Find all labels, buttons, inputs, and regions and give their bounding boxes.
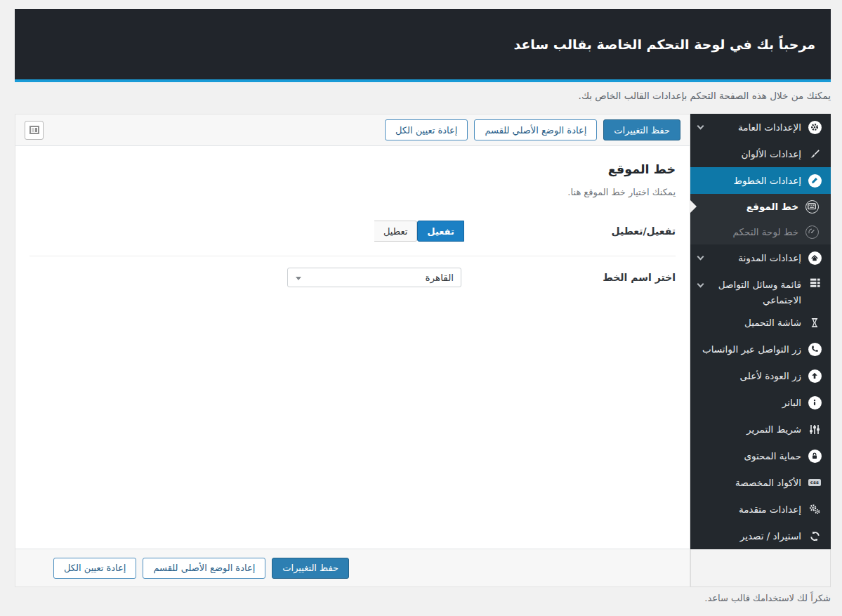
sidebar-item-custom-codes[interactable]: css الأكواد المخصصة	[690, 469, 831, 496]
reset-section-button[interactable]: إعادة الوضع الأصلي للقسم	[474, 119, 597, 140]
section-panel: خط الموقع يمكنك اختيار خط الموقع هنا. تف…	[15, 146, 690, 549]
phone-circle-icon	[808, 343, 822, 356]
sidebar: الإعدادات العامة إعدادات الألوان إعدادات…	[690, 114, 831, 587]
sidebar-item-banner[interactable]: البانر	[690, 389, 831, 416]
page-title: مرحباً بك في لوحة التحكم الخاصة بقالب سا…	[513, 37, 831, 52]
chevron-down-icon	[697, 123, 704, 130]
section-description: يمكنك اختيار خط الموقع هنا.	[29, 187, 676, 197]
home-circle-icon	[808, 251, 822, 265]
paintbrush-icon	[808, 149, 822, 159]
enable-button[interactable]: تفعيل	[417, 221, 464, 242]
sidebar-item-label: إعدادات متقدمة	[739, 504, 801, 515]
sidebar-item-label: إعدادات الخطوط	[733, 175, 801, 186]
top-toolbar: حفظ التغييرات إعادة الوضع الأصلي للقسم إ…	[15, 114, 690, 146]
chevron-down-icon	[697, 281, 704, 288]
enable-disable-toggle: تفعيل تعطيل	[374, 221, 464, 242]
save-button-bottom[interactable]: حفظ التغييرات	[272, 558, 349, 579]
panel-toggle-button[interactable]	[25, 121, 44, 140]
header: مرحباً بك في لوحة التحكم الخاصة بقالب سا…	[15, 9, 831, 82]
sidebar-item-label: حماية المحتوى	[744, 450, 801, 461]
sidebar-item-label: إعدادات الألوان	[741, 148, 801, 159]
sidebar-item-import-export[interactable]: استيراد / تصدير	[690, 523, 831, 549]
sidebar-item-label: زر التواصل عبر الواتساب	[702, 343, 801, 355]
gears-icon	[808, 504, 822, 515]
panel-toggle-icon	[29, 126, 39, 134]
import-export-icon	[808, 531, 822, 542]
sidebar-item-label: شريط التمرير	[746, 424, 801, 435]
sidebar-item-loading-screen[interactable]: شاشة التحميل	[690, 309, 831, 336]
reset-section-button-bottom[interactable]: إعادة الوضع الأصلي للقسم	[143, 558, 265, 579]
disable-button[interactable]: تعطيل	[374, 221, 417, 242]
gear-circle-icon	[808, 121, 822, 134]
sidebar-item-slider[interactable]: شريط التمرير	[690, 416, 831, 443]
sidebar-item-label: البانر	[782, 397, 801, 408]
sidebar-item-back-to-top[interactable]: زر العودة لأعلى	[690, 362, 831, 389]
sidebar-item-label: استيراد / تصدير	[740, 530, 801, 542]
sidebar-item-color-settings[interactable]: إعدادات الألوان	[690, 140, 831, 167]
sidebar-item-label: زر العودة لأعلى	[739, 370, 801, 381]
sidebar-item-blog-settings[interactable]: إعدادات المدونة	[690, 244, 831, 271]
keyboard-circle-icon	[805, 200, 819, 214]
sidebar-item-general-settings[interactable]: الإعدادات العامة	[690, 114, 831, 140]
font-select-value: القاهرة	[426, 272, 454, 283]
enable-disable-row: تفعيل/تعطيل تفعيل تعطيل	[29, 221, 676, 242]
sidebar-item-content-protection[interactable]: حماية المحتوى	[690, 443, 831, 469]
lock-circle-icon	[808, 450, 822, 463]
sliders-icon	[808, 424, 822, 435]
info-circle-icon	[808, 396, 822, 409]
sidebar-item-label: قائمة وسائل التواصل الاجتماعي	[714, 277, 801, 308]
reset-all-button[interactable]: إعادة تعيين الكل	[385, 119, 468, 140]
chevron-down-icon	[296, 277, 301, 280]
footer-thanks-text: شكراً لك لاستخدامك قالب ساعد.	[704, 593, 831, 603]
sidebar-item-advanced-settings[interactable]: إعدادات متقدمة	[690, 496, 831, 523]
top-toolbar-buttons: حفظ التغييرات إعادة الوضع الأصلي للقسم إ…	[385, 119, 680, 140]
sidebar-filler-panel	[690, 549, 831, 587]
sidebar-item-label: خط لوحة التحكم	[732, 226, 798, 237]
hourglass-icon	[808, 317, 822, 328]
sidebar-item-label: الإعدادات العامة	[738, 122, 801, 133]
sidebar-menu: الإعدادات العامة إعدادات الألوان إعدادات…	[690, 114, 831, 549]
sidebar-item-label: إعدادات المدونة	[738, 252, 801, 263]
font-select[interactable]: القاهرة	[287, 268, 461, 287]
reset-all-button-bottom[interactable]: إعادة تعيين الكل	[53, 558, 136, 579]
dashboard-icon	[805, 225, 819, 239]
bottom-toolbar-buttons: حفظ التغييرات إعادة الوضع الأصلي للقسم إ…	[53, 558, 349, 579]
sidebar-item-label: الأكواد المخصصة	[735, 477, 801, 488]
sidebar-item-label: شاشة التحميل	[744, 317, 801, 328]
font-name-row: اختر اسم الخط القاهرة	[29, 268, 676, 287]
divider	[29, 256, 676, 256]
sidebar-item-site-font[interactable]: خط الموقع	[690, 194, 831, 219]
sidebar-item-whatsapp-button[interactable]: زر التواصل عبر الواتساب	[690, 336, 831, 362]
css-badge-icon: css	[808, 479, 822, 487]
content-card: حفظ التغييرات إعادة الوضع الأصلي للقسم إ…	[15, 114, 690, 587]
bottom-toolbar: حفظ التغييرات إعادة الوضع الأصلي للقسم إ…	[15, 549, 690, 586]
enable-disable-label: تفعيل/تعطيل	[29, 221, 676, 242]
sidebar-item-font-settings[interactable]: إعدادات الخطوط	[690, 167, 831, 194]
pencil-circle-icon	[808, 174, 822, 188]
chevron-down-icon	[697, 254, 704, 261]
save-button[interactable]: حفظ التغييرات	[603, 119, 680, 140]
sidebar-item-dashboard-font[interactable]: خط لوحة التحكم	[690, 219, 831, 244]
page-subtitle: يمكنك من خلال هذه الصفحة التحكم بإعدادات…	[579, 90, 831, 101]
arrow-up-circle-icon	[808, 369, 822, 383]
page-background: { "header": { "title": "مرحباً بك في لوح…	[0, 0, 842, 616]
active-item-arrow	[690, 200, 697, 213]
social-list-icon	[808, 277, 822, 288]
section-title: خط الموقع	[29, 162, 676, 176]
sidebar-item-social-media[interactable]: قائمة وسائل التواصل الاجتماعي	[690, 271, 831, 309]
sidebar-item-label: خط الموقع	[746, 201, 798, 212]
